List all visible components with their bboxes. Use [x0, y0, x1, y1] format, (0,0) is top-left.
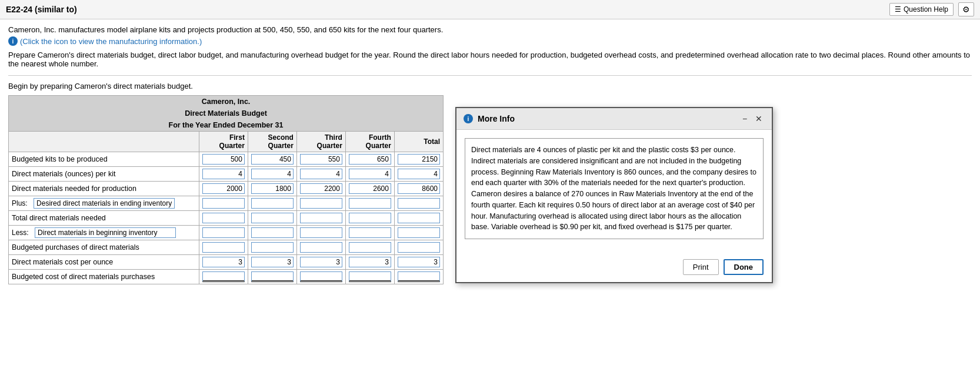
modal-info-icon: i	[464, 114, 473, 123]
budgeted-purchases-q3-input[interactable]	[300, 242, 342, 253]
budgeted-purchases-q2-input[interactable]	[251, 242, 294, 253]
budgeted-cost-label: Budgeted cost of direct materials purcha…	[9, 270, 199, 284]
budgeted-kits-q2-input[interactable]	[251, 154, 294, 165]
dm-per-kit-label: Direct materials (ounces) per kit	[9, 167, 199, 182]
beginning-inv-input-label[interactable]	[35, 227, 176, 238]
dm-needed-label: Direct materials needed for production	[9, 182, 199, 196]
dm-per-kit-q1	[199, 167, 248, 182]
divider	[8, 75, 972, 76]
dm-needed-total-input[interactable]	[398, 183, 440, 194]
info-link-text: (Click the icon to view the manufacturin…	[20, 37, 202, 46]
desired-ending-q3-cell	[296, 196, 345, 211]
budgeted-cost-total-input[interactable]	[398, 271, 440, 282]
settings-button[interactable]: ⚙	[958, 2, 974, 16]
budgeted-cost-q2-input[interactable]	[251, 271, 294, 282]
dm-needed-q2-input[interactable]	[251, 183, 294, 194]
table-row: Less:	[9, 226, 444, 240]
budgeted-kits-total-input[interactable]	[398, 154, 440, 165]
dm-cost-total-input[interactable]	[398, 257, 440, 267]
desired-ending-total-input[interactable]	[398, 198, 440, 209]
budgeted-kits-q3-input[interactable]	[300, 154, 342, 165]
dm-needed-q3-input[interactable]	[300, 183, 342, 194]
total-dm-label: Total direct materials needed	[9, 211, 199, 226]
question-help-button[interactable]: ☰ Question Help	[889, 3, 954, 16]
budgeted-purchases-q1-input[interactable]	[202, 242, 245, 253]
budgeted-cost-q1-input[interactable]	[202, 271, 245, 282]
desired-ending-input-label[interactable]	[34, 198, 175, 209]
budgeted-purchases-q4-input[interactable]	[349, 242, 391, 253]
budgeted-cost-q3-input[interactable]	[300, 271, 342, 282]
page-title: E22-24 (similar to)	[6, 5, 77, 14]
modal-footer: Print Done	[456, 256, 772, 282]
budgeted-kits-total	[394, 152, 443, 167]
dm-per-kit-total	[394, 167, 443, 182]
beginning-inv-q2-input[interactable]	[251, 227, 294, 238]
budgeted-kits-q4-input[interactable]	[349, 154, 391, 165]
total-dm-total-input[interactable]	[398, 213, 440, 223]
beginning-inv-q3-cell	[296, 226, 345, 240]
modal-header-left: i More Info	[464, 114, 515, 123]
total-dm-q1-cell	[199, 211, 248, 226]
beginning-inv-q1-cell	[199, 226, 248, 240]
done-button[interactable]: Done	[724, 259, 764, 275]
dm-needed-q1-input[interactable]	[202, 183, 245, 194]
modal-close-button[interactable]: ✕	[753, 113, 765, 125]
beginning-inv-total-cell	[394, 226, 443, 240]
dm-per-kit-q4-input[interactable]	[349, 169, 391, 179]
main-content: Cameron, Inc. manufactures model airplan…	[0, 19, 980, 290]
dm-needed-total	[394, 182, 443, 196]
direct-materials-budget-table: Cameron, Inc. Direct Materials Budget Fo…	[8, 95, 444, 284]
dm-per-kit-q3	[296, 167, 345, 182]
dm-per-kit-q1-input[interactable]	[202, 169, 245, 179]
total-dm-q3-input[interactable]	[300, 213, 342, 223]
dm-cost-q3-input[interactable]	[300, 257, 342, 267]
budgeted-cost-total-cell	[394, 270, 443, 284]
table-row: Total direct materials needed	[9, 211, 444, 226]
gear-icon: ⚙	[962, 5, 970, 14]
dm-cost-label: Direct materials cost per ounce	[9, 255, 199, 270]
budgeted-kits-q1-input[interactable]	[202, 154, 245, 165]
budgeted-purchases-total-input[interactable]	[398, 242, 440, 253]
dm-cost-q1	[199, 255, 248, 270]
modal-minimize-button[interactable]: −	[739, 113, 751, 125]
less-label: Less:	[12, 229, 29, 237]
beginning-inv-q4-input[interactable]	[349, 227, 391, 238]
total-dm-q2-input[interactable]	[251, 213, 294, 223]
col-total-header: Total	[394, 132, 443, 152]
beginning-inv-q3-input[interactable]	[300, 227, 342, 238]
total-dm-q1-input[interactable]	[202, 213, 245, 223]
dm-per-kit-total-input[interactable]	[398, 169, 440, 179]
budgeted-kits-q1	[199, 152, 248, 167]
budgeted-cost-q4-cell	[345, 270, 394, 284]
dm-needed-q4-input[interactable]	[349, 183, 391, 194]
desired-ending-q2-input[interactable]	[251, 198, 294, 209]
dm-cost-q2-input[interactable]	[251, 257, 294, 267]
table-title: Direct Materials Budget	[9, 108, 444, 119]
dm-cost-q4-input[interactable]	[349, 257, 391, 267]
desired-ending-q3-input[interactable]	[300, 198, 342, 209]
budgeted-cost-q1-cell	[199, 270, 248, 284]
info-link[interactable]: i (Click the icon to view the manufactur…	[8, 36, 972, 46]
modal-title: More Info	[478, 114, 515, 123]
desired-ending-q4-cell	[345, 196, 394, 211]
desired-ending-q4-input[interactable]	[349, 198, 391, 209]
dm-per-kit-q3-input[interactable]	[300, 169, 342, 179]
intro-text: Cameron, Inc. manufactures model airplan…	[8, 25, 972, 34]
desired-ending-q1-input[interactable]	[202, 198, 245, 209]
beginning-inv-q1-input[interactable]	[202, 227, 245, 238]
info-icon: i	[8, 36, 18, 46]
dm-needed-q2	[248, 182, 296, 196]
budgeted-cost-q4-input[interactable]	[349, 271, 391, 282]
print-button[interactable]: Print	[683, 259, 719, 275]
desired-ending-row-label: Plus:	[9, 196, 199, 211]
total-dm-q4-input[interactable]	[349, 213, 391, 223]
begin-text: Begin by preparing Cameron's direct mate…	[8, 82, 972, 90]
table-row: Direct materials cost per ounce	[9, 255, 444, 270]
dm-cost-q1-input[interactable]	[202, 257, 245, 267]
dm-per-kit-q2-input[interactable]	[251, 169, 294, 179]
budgeted-purchases-q3-cell	[296, 240, 345, 255]
table-row: Direct materials (ounces) per kit	[9, 167, 444, 182]
col-first-header: FirstQuarter	[199, 132, 248, 152]
plus-label: Plus:	[12, 199, 28, 207]
beginning-inv-total-input[interactable]	[398, 227, 440, 238]
